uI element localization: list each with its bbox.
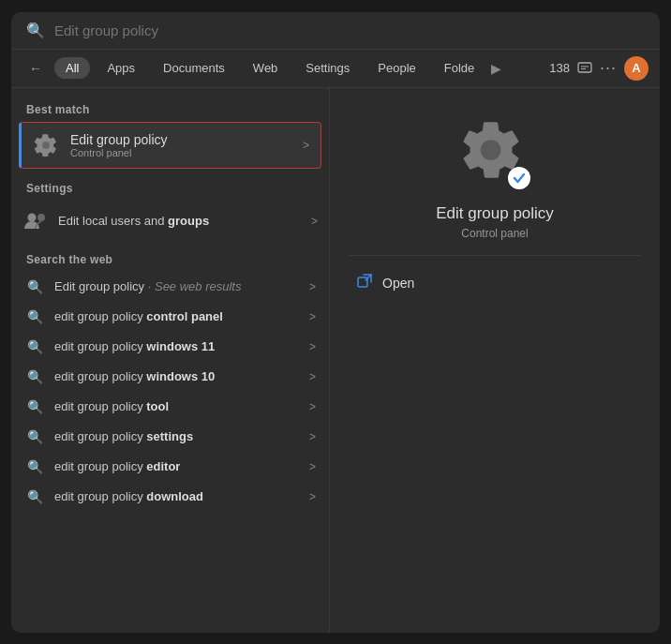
svg-point-5 xyxy=(37,214,45,221)
web-item-text-5: edit group policy settings xyxy=(54,429,300,443)
right-panel: Edit group policy Control panel Open xyxy=(330,88,660,633)
left-panel: Best match Edit group policy Control pan… xyxy=(11,88,330,633)
search-input[interactable]: Edit group policy xyxy=(54,22,645,38)
settings-section-label: Settings xyxy=(11,178,329,201)
web-item-6[interactable]: 🔍 edit group policy editor > xyxy=(11,452,329,482)
web-item-text-1: edit group policy control panel xyxy=(54,309,300,323)
search-icon: 🔍 xyxy=(26,22,45,39)
search-web-icon-5: 🔍 xyxy=(24,429,45,444)
right-panel-divider xyxy=(349,255,641,256)
web-item-1[interactable]: 🔍 edit group policy control panel > xyxy=(11,302,329,332)
web-item-chevron-3: > xyxy=(309,370,316,383)
search-web-icon-7: 🔍 xyxy=(24,489,45,504)
web-item-chevron-6: > xyxy=(309,460,316,473)
search-bar: 🔍 Edit group policy xyxy=(11,12,660,50)
settings-item-text: Edit local users and groups xyxy=(58,214,302,228)
gpe-icon xyxy=(31,130,61,160)
right-panel-subtitle: Control panel xyxy=(461,227,528,240)
search-web-label: Search the web xyxy=(11,249,329,272)
web-item-text-3: edit group policy windows 10 xyxy=(54,369,300,383)
web-item-text-7: edit group policy download xyxy=(54,489,300,503)
web-item-4[interactable]: 🔍 edit group policy tool > xyxy=(11,392,329,422)
feedback-button[interactable] xyxy=(577,61,592,76)
check-badge xyxy=(508,167,530,189)
search-web-icon-0: 🔍 xyxy=(24,279,45,294)
tab-documents[interactable]: Documents xyxy=(152,57,236,79)
best-match-text: Edit group policy Control panel xyxy=(70,132,168,158)
settings-item-chevron: > xyxy=(311,215,318,228)
web-item-5[interactable]: 🔍 edit group policy settings > xyxy=(11,422,329,452)
external-link-icon xyxy=(356,273,373,290)
main-content: Best match Edit group policy Control pan… xyxy=(11,88,660,633)
search-window: 🔍 Edit group policy ← All Apps Documents… xyxy=(11,12,660,633)
filter-bar: ← All Apps Documents Web Settings People… xyxy=(11,50,660,88)
web-item-chevron-0: > xyxy=(309,280,316,293)
web-item-text-4: edit group policy tool xyxy=(54,399,300,413)
feedback-icon xyxy=(577,61,592,76)
open-button[interactable]: Open xyxy=(349,269,641,298)
web-item-chevron-5: > xyxy=(309,430,316,443)
web-item-chevron-2: > xyxy=(309,340,316,353)
web-item-text-6: edit group policy editor xyxy=(54,459,300,473)
web-item-chevron-7: > xyxy=(309,490,316,503)
play-icon[interactable]: ▶ xyxy=(491,61,501,76)
svg-point-6 xyxy=(481,140,501,160)
more-button[interactable]: ··· xyxy=(600,58,617,78)
back-button[interactable]: ← xyxy=(22,55,49,82)
web-item-3[interactable]: 🔍 edit group policy windows 10 > xyxy=(11,362,329,392)
web-item-text-0: Edit group policy · See web results xyxy=(54,279,300,293)
web-item-2[interactable]: 🔍 edit group policy windows 11 > xyxy=(11,332,329,362)
web-item-text-2: edit group policy windows 11 xyxy=(54,339,300,353)
best-match-item[interactable]: Edit group policy Control panel > xyxy=(19,122,321,169)
search-web-icon-4: 🔍 xyxy=(24,399,45,414)
best-match-chevron: > xyxy=(303,139,309,152)
avatar[interactable]: A xyxy=(624,56,649,81)
tab-apps[interactable]: Apps xyxy=(96,57,146,79)
svg-point-3 xyxy=(42,142,50,149)
tab-settings[interactable]: Settings xyxy=(294,57,361,79)
tab-people[interactable]: People xyxy=(366,57,426,79)
right-icon-area xyxy=(457,116,532,191)
search-web-icon-1: 🔍 xyxy=(24,309,45,324)
filter-right: 138 ··· A xyxy=(549,56,649,81)
search-web-icon-2: 🔍 xyxy=(24,339,45,354)
search-web-icon-6: 🔍 xyxy=(24,459,45,474)
open-label: Open xyxy=(382,276,414,291)
open-icon xyxy=(356,273,373,294)
right-panel-title: Edit group policy xyxy=(436,204,554,223)
best-match-title: Edit group policy xyxy=(70,132,168,147)
people-icon xyxy=(22,208,49,234)
best-match-subtitle: Control panel xyxy=(70,147,168,158)
svg-rect-0 xyxy=(578,63,591,72)
best-match-label: Best match xyxy=(11,99,329,122)
tab-all[interactable]: All xyxy=(54,57,90,79)
search-web-icon-3: 🔍 xyxy=(24,369,45,384)
gear-small-icon xyxy=(33,132,59,158)
settings-item[interactable]: Edit local users and groups > xyxy=(11,201,329,242)
web-item-7[interactable]: 🔍 edit group policy download > xyxy=(11,482,329,512)
tab-folders[interactable]: Folde xyxy=(433,57,486,79)
web-item-chevron-1: > xyxy=(309,310,316,323)
svg-point-4 xyxy=(28,213,37,221)
web-item-chevron-4: > xyxy=(309,400,316,413)
result-count: 138 xyxy=(549,61,570,75)
tab-web[interactable]: Web xyxy=(242,57,290,79)
checkmark-icon xyxy=(512,171,527,186)
web-item-0[interactable]: 🔍 Edit group policy · See web results > xyxy=(11,272,329,302)
